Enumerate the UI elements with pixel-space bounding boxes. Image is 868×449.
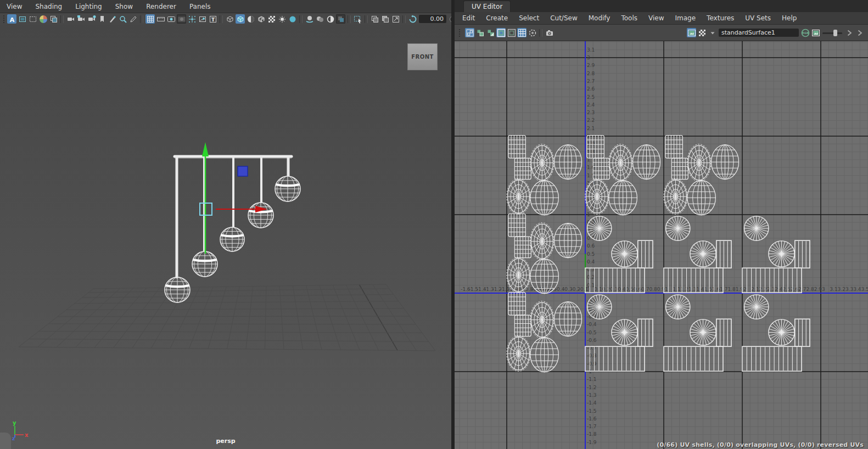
manipulator-y-arrowhead[interactable]: [202, 142, 209, 156]
camera-icon[interactable]: [66, 14, 75, 24]
svg-text:2.1: 2.1: [587, 126, 595, 131]
grid-display-icon[interactable]: [145, 14, 155, 24]
checker-map-icon[interactable]: [697, 28, 707, 37]
front-camera-label[interactable]: FRONT: [407, 43, 438, 70]
menu-modify[interactable]: Modify: [583, 13, 616, 24]
svg-text:2.9: 2.9: [587, 63, 595, 68]
wireframe-sphere[interactable]: [165, 277, 190, 302]
wireframe-sphere[interactable]: [192, 251, 217, 277]
perspective-viewport-canvas[interactable]: yxz: [0, 25, 451, 449]
render-layers-icon[interactable]: [49, 14, 58, 24]
cradle-frame[interactable]: [175, 156, 292, 278]
toolbar-separator: [140, 15, 143, 23]
rgb-channels-icon[interactable]: RGB: [800, 28, 810, 37]
use-all-lights-icon[interactable]: [277, 14, 287, 24]
uv-snapshot-icon[interactable]: [545, 28, 554, 37]
viewport-corner-hud: [0, 433, 11, 449]
texture-field[interactable]: standardSurface1: [719, 29, 799, 37]
anti-aliasing-icon[interactable]: [336, 14, 345, 24]
image-plane-icon[interactable]: [108, 14, 117, 24]
perspective-viewport[interactable]: yxz FRONT persp: [0, 25, 451, 449]
exposure-field[interactable]: 0.00: [419, 15, 446, 23]
svg-text:2.7: 2.7: [798, 287, 806, 292]
field-chart-icon[interactable]: [187, 14, 197, 24]
paint-select-icon[interactable]: [38, 14, 48, 24]
default-lighting-icon[interactable]: [288, 14, 297, 24]
checker-display-icon[interactable]: [267, 14, 276, 24]
tile-outline-plain-icon[interactable]: [507, 28, 516, 37]
toolbar-grip[interactable]: [3, 15, 4, 23]
menu-help[interactable]: Help: [776, 13, 802, 24]
wireframe-sphere[interactable]: [220, 227, 244, 251]
menu-edit[interactable]: Edit: [457, 13, 480, 24]
image-display-icon[interactable]: [687, 28, 696, 37]
bookmark-icon[interactable]: [97, 14, 107, 24]
uv-editor-canvas[interactable]: -1.9-1.8-1.7-1.6-1.5-1.4-1.3-1.2-1.1-1-0…: [455, 41, 868, 449]
expand-more-icon[interactable]: [844, 28, 854, 37]
menu-create[interactable]: Create: [480, 13, 513, 24]
menu-view[interactable]: View: [643, 13, 669, 24]
menu-textures[interactable]: Textures: [701, 13, 740, 24]
grease-pencil-icon[interactable]: [128, 14, 138, 24]
menu-shading[interactable]: Shading: [29, 1, 69, 12]
shaded-cube-icon[interactable]: [236, 14, 245, 24]
safe-action-icon[interactable]: [198, 14, 207, 24]
svg-text:3.2: 3.2: [838, 287, 845, 292]
uv-shell-stack-icon[interactable]: [475, 28, 485, 37]
lasso-select-icon[interactable]: [28, 14, 37, 24]
svg-text:2.2: 2.2: [587, 117, 595, 123]
wireframe-cube-icon[interactable]: [225, 14, 234, 24]
svg-text:3: 3: [587, 55, 590, 60]
isolate-arrow-icon[interactable]: [391, 14, 400, 24]
wireframe-sphere[interactable]: [275, 176, 300, 201]
menu-show[interactable]: Show: [109, 1, 139, 12]
resolution-gate-icon[interactable]: [166, 14, 176, 24]
selection-mask-book-icon[interactable]: A: [7, 14, 16, 24]
tile-outline-icon[interactable]: [496, 28, 506, 37]
pan-zoom-icon[interactable]: [118, 14, 127, 24]
ambient-occlusion-icon[interactable]: [315, 14, 324, 24]
textured-cube-icon[interactable]: [256, 14, 266, 24]
toolbar-grip[interactable]: [459, 29, 462, 37]
menu-renderer[interactable]: Renderer: [139, 1, 183, 12]
image-dim-slider-handle[interactable]: [833, 30, 837, 36]
svg-text:0: 0: [586, 287, 590, 292]
menu-tools[interactable]: Tools: [615, 13, 643, 24]
expand-more-2-icon[interactable]: [855, 28, 864, 37]
gate-mask-icon[interactable]: [177, 14, 186, 24]
svg-text:3: 3: [822, 287, 825, 292]
overlap-shapes-filled-icon[interactable]: [380, 14, 390, 24]
snap-rounding-icon[interactable]: [528, 28, 537, 37]
menu-cut-sew[interactable]: Cut/Sew: [545, 13, 583, 24]
shadows-icon[interactable]: [305, 14, 314, 24]
menu-view[interactable]: View: [0, 1, 29, 12]
uv-editor-tab[interactable]: UV Editor: [463, 1, 511, 12]
svg-text:-1: -1: [508, 287, 513, 292]
image-ratio-icon[interactable]: [811, 28, 820, 37]
menu-select[interactable]: Select: [513, 13, 545, 24]
isolate-select-icon[interactable]: [353, 14, 362, 24]
menu-lighting[interactable]: Lighting: [69, 1, 109, 12]
uv-grid-canvas[interactable]: -1.9-1.8-1.7-1.6-1.5-1.4-1.3-1.2-1.1-1-0…: [455, 41, 868, 449]
motion-blur-icon[interactable]: [326, 14, 335, 24]
snap-grid-icon[interactable]: [517, 28, 527, 37]
manipulator-plane-handle[interactable]: [238, 166, 248, 176]
svg-text:0.2: 0.2: [587, 274, 595, 280]
uv-shell-half-icon[interactable]: [486, 28, 495, 37]
overlap-shapes-icon[interactable]: [370, 14, 379, 24]
camera-attributes-icon[interactable]: [87, 14, 96, 24]
menu-image[interactable]: Image: [670, 13, 702, 24]
film-gate-icon[interactable]: [156, 14, 165, 24]
wireframe-sphere[interactable]: [248, 203, 273, 228]
caret-down-icon[interactable]: [708, 28, 717, 37]
viewport-menubar: ViewShadingLightingShowRendererPanels: [0, 0, 451, 13]
wireframe-on-shaded-icon[interactable]: [246, 14, 255, 24]
menu-uv-sets[interactable]: UV Sets: [740, 13, 776, 24]
menu-panels[interactable]: Panels: [183, 1, 217, 12]
uv-shell-layout-icon[interactable]: [465, 28, 474, 37]
image-dim-slider[interactable]: [822, 30, 842, 36]
camera-lock-icon[interactable]: [76, 14, 86, 24]
exposure-icon[interactable]: [408, 14, 417, 24]
marquee-select-icon[interactable]: [18, 14, 27, 24]
safe-title-icon[interactable]: T: [208, 14, 217, 24]
